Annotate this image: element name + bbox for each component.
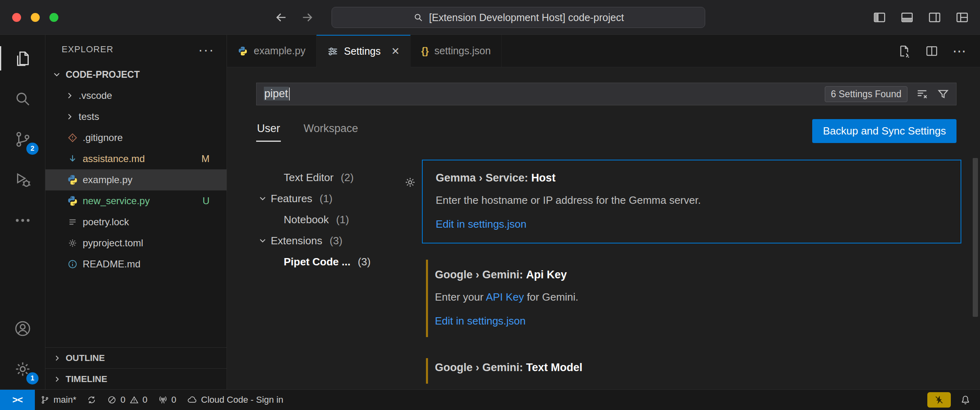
vertical-scrollbar[interactable] <box>973 158 978 317</box>
tree-item-assistance-md[interactable]: assistance.md M <box>45 148 227 169</box>
search-icon <box>413 12 424 23</box>
forward-icon[interactable] <box>300 10 315 25</box>
window-title: [Extension Development Host] code-projec… <box>429 12 624 23</box>
settings-toc: Text Editor(2) Features(1) Notebook(1) E… <box>256 167 422 272</box>
git-status-badge: M <box>201 153 210 164</box>
text-caret <box>289 88 290 100</box>
tree-item-vscode[interactable]: .vscode <box>45 85 227 106</box>
python-file-icon <box>66 195 79 207</box>
chevron-right-icon <box>53 354 62 363</box>
toc-item-text-editor[interactable]: Text Editor(2) <box>256 167 422 188</box>
timeline-section[interactable]: TIMELINE <box>45 368 227 389</box>
tab-bar: example.py Settings ✕ {} settings.json <box>227 35 980 67</box>
scope-tab-workspace[interactable]: Workspace <box>303 119 359 141</box>
ports-status[interactable]: 0 <box>153 390 182 410</box>
toc-item-extensions[interactable]: Extensions(3) <box>256 230 422 251</box>
toggle-primary-sidebar-icon[interactable] <box>872 10 887 25</box>
api-key-link[interactable]: API Key <box>486 291 524 303</box>
titlebar: [Extension Development Host] code-projec… <box>0 0 980 35</box>
minimize-window-button[interactable] <box>31 13 40 22</box>
explorer-activity-icon[interactable] <box>0 38 45 79</box>
git-file-icon <box>66 132 79 143</box>
outline-section[interactable]: OUTLINE <box>45 347 227 368</box>
markdown-file-icon <box>66 154 79 164</box>
close-window-button[interactable] <box>12 13 21 22</box>
chevron-down-icon <box>258 236 267 246</box>
zoom-window-button[interactable] <box>49 13 58 22</box>
customize-layout-icon[interactable] <box>955 10 969 25</box>
python-file-icon <box>238 46 248 56</box>
remote-indicator[interactable]: >< <box>0 390 35 410</box>
editor-area: example.py Settings ✕ {} settings.json <box>227 35 980 389</box>
setting-gemma-service-host[interactable]: Gemma › Service: Host Enter the hostname… <box>422 160 961 243</box>
toggle-secondary-sidebar-icon[interactable] <box>927 10 942 25</box>
git-branch-status[interactable]: main* <box>35 390 81 410</box>
tree-item-readme-md[interactable]: README.md <box>45 254 227 275</box>
tab-example-py[interactable]: example.py <box>227 35 317 67</box>
tree-item-poetry-lock[interactable]: poetry.lock <box>45 211 227 233</box>
search-query-text: pipet <box>264 87 289 100</box>
chevron-right-icon <box>65 112 75 122</box>
settings-sliders-icon <box>327 46 338 57</box>
config-file-icon <box>66 238 79 248</box>
sync-changes-icon[interactable] <box>81 390 102 410</box>
tree-item-example-py[interactable]: example.py <box>45 169 227 190</box>
settings-list: Gemma › Service: Host Enter the hostname… <box>422 160 961 386</box>
tree-item-new-service-py[interactable]: new_service.py U <box>45 190 227 211</box>
scope-tab-user[interactable]: User <box>256 119 281 142</box>
edit-in-settings-json-link[interactable]: Edit in settings.json <box>436 218 526 230</box>
settings-editor: pipet 6 Settings Found User Workspace Ba… <box>227 67 980 389</box>
explorer-actions-icon[interactable]: ··· <box>198 42 214 58</box>
open-settings-json-icon[interactable] <box>897 44 911 58</box>
activity-bar: 2 1 <box>0 35 45 389</box>
tab-settings[interactable]: Settings ✕ <box>317 35 411 67</box>
chevron-down-icon <box>52 70 62 79</box>
clear-search-filters-icon[interactable] <box>916 88 929 100</box>
tab-settings-json[interactable]: {} settings.json <box>411 35 502 67</box>
source-control-activity-icon[interactable]: 2 <box>0 119 45 160</box>
tree-item-pyproject-toml[interactable]: pyproject.toml <box>45 233 227 254</box>
profile-extension-host-button[interactable] <box>927 392 951 408</box>
search-activity-icon[interactable] <box>0 79 45 119</box>
lock-file-icon <box>66 217 79 227</box>
back-icon[interactable] <box>274 10 289 25</box>
split-editor-icon[interactable] <box>925 44 939 58</box>
tree-root-code-project[interactable]: CODE-PROJECT <box>45 64 227 85</box>
notifications-bell-icon[interactable] <box>960 394 971 406</box>
chevron-down-icon <box>258 194 267 203</box>
run-debug-activity-icon[interactable] <box>0 160 45 200</box>
backup-sync-settings-button[interactable]: Backup and Sync Settings <box>812 119 956 143</box>
filter-icon[interactable] <box>937 88 950 100</box>
explorer-sidebar: EXPLORER ··· CODE-PROJECT .vscode te <box>45 35 227 389</box>
toggle-panel-icon[interactable] <box>900 10 914 25</box>
toc-item-pipet-code[interactable]: Pipet Code ...(3) <box>256 251 422 272</box>
info-file-icon <box>66 259 79 269</box>
tree-item-gitignore[interactable]: .gitignore <box>45 127 227 148</box>
chevron-right-icon <box>53 375 62 384</box>
setting-google-gemini-text-model[interactable]: Google › Gemini: Text Model <box>422 356 961 386</box>
window-controls <box>12 13 58 22</box>
cloud-code-signin[interactable]: Cloud Code - Sign in <box>182 390 289 410</box>
additional-views-icon[interactable] <box>0 200 45 241</box>
python-file-icon <box>66 174 79 186</box>
setting-description: Enter your API Key for Gemini. <box>435 291 948 303</box>
modified-indicator <box>426 358 428 384</box>
json-file-icon: {} <box>421 45 429 57</box>
status-bar: >< main* 0 0 0 Cloud Code - Sign in <box>0 389 980 410</box>
manage-badge: 1 <box>26 372 39 384</box>
command-center[interactable]: [Extension Development Host] code-projec… <box>332 7 705 28</box>
setting-description: Enter the hostname or IP address for the… <box>436 194 948 207</box>
manage-gear-icon[interactable]: 1 <box>0 349 45 389</box>
setting-google-gemini-api-key[interactable]: Google › Gemini: Api Key Enter your API … <box>422 257 961 340</box>
setting-manage-gear-icon[interactable] <box>404 176 417 189</box>
toc-item-features[interactable]: Features(1) <box>256 188 422 209</box>
close-tab-icon[interactable]: ✕ <box>391 45 400 57</box>
problems-status[interactable]: 0 0 <box>102 390 153 410</box>
accounts-icon[interactable] <box>0 308 45 349</box>
more-actions-icon[interactable]: ⋯ <box>952 43 967 59</box>
settings-search-input[interactable]: pipet 6 Settings Found <box>256 83 956 105</box>
tree-item-tests[interactable]: tests <box>45 106 227 127</box>
toc-item-notebook[interactable]: Notebook(1) <box>256 209 422 230</box>
chevron-right-icon <box>65 91 75 100</box>
edit-in-settings-json-link[interactable]: Edit in settings.json <box>435 315 526 327</box>
